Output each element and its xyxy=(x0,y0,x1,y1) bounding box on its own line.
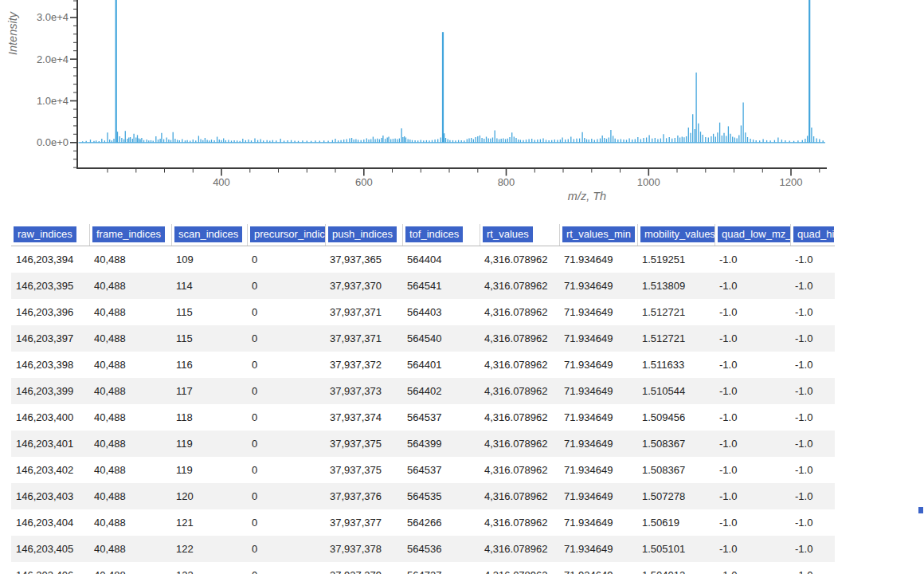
table-cell: -1.0 xyxy=(715,543,790,555)
table-row: 146,203,40640,488123037,937,3795647374,3… xyxy=(11,562,835,574)
table-cell: 37,937,376 xyxy=(325,490,402,502)
table-cell: 146,203,403 xyxy=(11,490,89,502)
table-cell: 40,488 xyxy=(89,359,171,371)
column-header-label: tof_indices xyxy=(405,226,463,242)
table-cell: 1.507278 xyxy=(637,490,715,502)
column-header-label: scan_indices xyxy=(174,226,242,242)
column-header-raw_indices[interactable]: raw_indices xyxy=(11,224,89,246)
table-cell: 4,316.078962 xyxy=(480,464,559,476)
table-cell: 114 xyxy=(171,280,247,292)
column-header-precursor_indices[interactable]: precursor_indices xyxy=(247,224,325,246)
table-cell: 564737 xyxy=(402,569,480,574)
table-cell: 1.508367 xyxy=(637,438,715,450)
table-cell: 37,937,371 xyxy=(325,332,402,344)
column-header-quad_low_mz_values[interactable]: quad_low_mz_values xyxy=(715,224,790,246)
table-cell: 4,316.078962 xyxy=(480,411,559,423)
table-cell: -1.0 xyxy=(790,490,834,502)
column-header-push_indices[interactable]: push_indices xyxy=(325,224,402,246)
table-cell: 40,488 xyxy=(89,490,171,502)
table-cell: 71.934649 xyxy=(559,359,637,371)
table-cell: 40,488 xyxy=(89,464,171,476)
table-cell: 1.504012 xyxy=(637,569,715,574)
column-header-label: quad_high_mz_values xyxy=(793,226,834,242)
table-row: 146,203,39940,488117037,937,3735644024,3… xyxy=(11,378,835,404)
column-header-label: rt_values xyxy=(483,226,533,242)
column-header-tof_indices[interactable]: tof_indices xyxy=(402,224,480,246)
table-cell: 71.934649 xyxy=(559,411,637,423)
table-cell: 564266 xyxy=(402,517,480,529)
table-cell: 40,488 xyxy=(89,543,171,555)
table-cell: 71.934649 xyxy=(559,280,637,292)
column-header-label: mobility_values xyxy=(640,226,715,242)
column-header-quad_high_mz_values[interactable]: quad_high_mz_values xyxy=(790,224,834,246)
table-cell: 123 xyxy=(171,569,247,574)
column-header-label: precursor_indices xyxy=(250,226,325,242)
table-cell: 146,203,395 xyxy=(11,280,89,292)
table-cell: 115 xyxy=(171,306,247,318)
table-cell: 40,488 xyxy=(89,438,171,450)
table-cell: 37,937,372 xyxy=(325,359,402,371)
table-cell: 146,203,401 xyxy=(11,438,89,450)
table-cell: 4,316.078962 xyxy=(480,359,559,371)
table-cell: -1.0 xyxy=(790,464,834,476)
table-cell: -1.0 xyxy=(790,332,834,344)
y-tick-label: 0.0e+0 xyxy=(37,136,69,148)
y-axis-title: Intensity xyxy=(6,11,19,55)
table-cell: 564536 xyxy=(402,543,480,555)
table-row: 146,203,40340,488120037,937,3765645354,3… xyxy=(11,483,835,509)
table-cell: -1.0 xyxy=(715,569,790,574)
table-cell: 0 xyxy=(247,464,325,476)
table-cell: 0 xyxy=(247,359,325,371)
column-header-frame_indices[interactable]: frame_indices xyxy=(89,224,171,246)
table-cell: 0 xyxy=(247,254,325,265)
table-cell: 71.934649 xyxy=(559,254,637,265)
table-cell: 40,488 xyxy=(89,569,171,574)
table-cell: 146,203,396 xyxy=(11,306,89,318)
table-row: 146,203,40140,488119037,937,3755643994,3… xyxy=(11,431,835,457)
column-header-mobility_values[interactable]: mobility_values xyxy=(637,224,715,246)
table-cell: 4,316.078962 xyxy=(480,543,559,555)
table-cell: 0 xyxy=(247,385,325,397)
table-cell: 116 xyxy=(171,359,247,371)
table-cell: 71.934649 xyxy=(559,517,637,529)
table-cell: 71.934649 xyxy=(559,569,637,574)
table-cell: -1.0 xyxy=(715,411,790,423)
table-cell: 4,316.078962 xyxy=(480,306,559,318)
table-cell: 4,316.078962 xyxy=(480,490,559,502)
table-cell: 1.509456 xyxy=(637,411,715,423)
table-cell: 1.511633 xyxy=(637,359,715,371)
table-cell: 0 xyxy=(247,411,325,423)
table-cell: 40,488 xyxy=(89,517,171,529)
table-cell: 4,316.078962 xyxy=(480,254,559,265)
column-header-rt_values_min[interactable]: rt_values_min xyxy=(559,224,637,246)
table-cell: 37,937,375 xyxy=(325,438,402,450)
table-cell: 71.934649 xyxy=(559,464,637,476)
table-cell: 146,203,405 xyxy=(11,543,89,555)
table-cell: -1.0 xyxy=(790,543,834,555)
column-header-label: quad_low_mz_values xyxy=(718,226,790,242)
table-cell: 4,316.078962 xyxy=(480,332,559,344)
table-cell: 37,937,374 xyxy=(325,411,402,423)
table-cell: -1.0 xyxy=(790,517,834,529)
column-header-rt_values[interactable]: rt_values xyxy=(480,224,559,246)
table-cell: 115 xyxy=(171,332,247,344)
table-cell: -1.0 xyxy=(715,306,790,318)
table-row: 146,203,40240,488119037,937,3755645374,3… xyxy=(11,457,835,483)
table-cell: 0 xyxy=(247,332,325,344)
y-tick-label: 3.0e+4 xyxy=(37,11,69,23)
table-header-row: raw_indicesframe_indicesscan_indicesprec… xyxy=(11,224,835,246)
mass-spectrum-chart[interactable]: 0.0e+01.0e+42.0e+43.0e+44006008001000120… xyxy=(0,0,924,212)
table-cell: 146,203,398 xyxy=(11,359,89,371)
column-header-label: rt_values_min xyxy=(562,226,635,242)
table-cell: -1.0 xyxy=(715,254,790,265)
table-row: 146,203,40040,488118037,937,3745645374,3… xyxy=(11,404,835,431)
column-header-scan_indices[interactable]: scan_indices xyxy=(171,224,247,246)
table-cell: -1.0 xyxy=(715,280,790,292)
table-cell: 564404 xyxy=(402,254,480,265)
table-cell: 0 xyxy=(247,543,325,555)
x-tick-label: 600 xyxy=(355,176,373,188)
table-cell: 117 xyxy=(171,385,247,397)
table-cell: 146,203,404 xyxy=(11,517,89,529)
spectrum-plot[interactable]: 0.0e+01.0e+42.0e+43.0e+44006008001000120… xyxy=(0,0,924,212)
table-body: 146,203,39440,488109037,937,3655644044,3… xyxy=(11,246,835,574)
